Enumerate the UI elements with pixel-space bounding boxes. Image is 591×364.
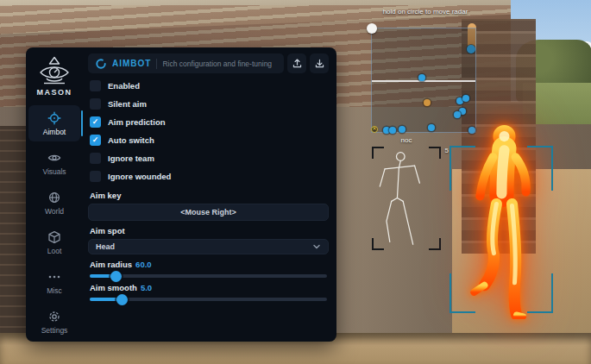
radar-dot xyxy=(454,111,461,118)
player-esp-brackets xyxy=(450,146,553,313)
sidebar-item-loot[interactable]: Loot xyxy=(28,224,80,260)
slider-label: Aim radius xyxy=(90,260,132,269)
box-icon xyxy=(47,230,61,244)
left-brick-wall xyxy=(0,126,29,347)
sidebar-item-label: World xyxy=(45,207,64,216)
radar-hint-text: hold on circle to move radar xyxy=(361,8,490,16)
radar-dot xyxy=(418,74,425,81)
checkbox-list: Enabled Silent aim Aim prediction Auto s… xyxy=(88,77,329,185)
bracket-corner xyxy=(450,146,475,191)
radar-dot xyxy=(424,99,431,106)
radar-drag-handle[interactable] xyxy=(367,23,377,34)
slider-track[interactable] xyxy=(90,298,327,301)
bracket-corner xyxy=(450,273,475,313)
checkbox-row[interactable]: Auto switch xyxy=(88,131,329,149)
slider-block: Aim smooth5.0 xyxy=(88,283,329,301)
download-icon xyxy=(314,58,325,69)
crosshair-icon xyxy=(47,111,61,125)
bracket-corner xyxy=(372,147,384,159)
page-header-row: AIMBOT Rich configuration and fine-tunin… xyxy=(88,53,329,73)
spinner-icon xyxy=(95,58,107,70)
brand-logo: MASON xyxy=(37,56,72,97)
sidebar: MASON Aimbot Visuals World Loot Misc Set… xyxy=(26,47,83,342)
slider-label: Aim smooth xyxy=(90,283,137,292)
sidebar-item-misc[interactable]: Misc xyxy=(28,264,80,300)
page-header: AIMBOT Rich configuration and fine-tunin… xyxy=(88,53,284,73)
brand-name: MASON xyxy=(37,88,72,97)
checkbox[interactable] xyxy=(90,98,101,110)
aim-key-button[interactable]: <Mouse Right> xyxy=(88,204,329,221)
bracket-corner xyxy=(372,238,384,250)
radar-dot xyxy=(428,124,435,131)
checkbox[interactable] xyxy=(90,153,101,164)
sidebar-item-label: Misc xyxy=(47,286,61,295)
page-title: AIMBOT xyxy=(112,59,151,68)
checkbox-label: Auto switch xyxy=(108,135,154,145)
checkbox-row[interactable]: Ignore team xyxy=(88,149,329,167)
mason-eye-icon xyxy=(37,56,72,85)
radar-dot xyxy=(399,126,406,133)
ellipsis-icon xyxy=(47,270,61,284)
slider-list: Aim radius60.0 Aim smooth5.0 xyxy=(88,254,329,301)
checkbox-row[interactable]: Aim prediction xyxy=(88,113,329,131)
checkbox-row[interactable]: Ignore wounded xyxy=(88,167,329,185)
sidebar-item-world[interactable]: World xyxy=(28,185,80,221)
bracket-corner xyxy=(429,238,441,250)
checkbox-label: Enabled xyxy=(108,81,140,91)
checkbox[interactable] xyxy=(90,116,101,128)
game-screen: hold on circle to move radar ✕ noc 5 xyxy=(0,0,591,364)
aim-spot-label: Aim spot xyxy=(90,226,329,235)
aim-key-label: Aim key xyxy=(90,191,329,200)
sidebar-item-label: Visuals xyxy=(42,167,66,176)
slider-handle[interactable] xyxy=(110,271,122,282)
sidebar-item-visuals[interactable]: Visuals xyxy=(28,145,80,181)
bracket-corner xyxy=(429,147,441,159)
checkbox-label: Ignore wounded xyxy=(108,172,171,181)
checkbox[interactable] xyxy=(90,171,101,182)
header-divider xyxy=(156,59,157,69)
checkbox-label: Ignore team xyxy=(108,154,154,163)
import-config-button[interactable] xyxy=(310,53,329,73)
sidebar-item-settings[interactable]: Settings xyxy=(28,304,80,340)
bracket-corner xyxy=(527,273,553,313)
bracket-corner xyxy=(527,146,553,191)
slider-block: Aim radius60.0 xyxy=(88,260,329,278)
sidebar-item-aimbot[interactable]: Aimbot xyxy=(28,105,80,141)
slider-track[interactable] xyxy=(90,274,327,278)
enemy-name-label: noc xyxy=(372,136,441,144)
checkbox[interactable] xyxy=(90,80,101,91)
chevron-down-icon xyxy=(312,242,321,251)
gear-icon xyxy=(47,310,61,323)
sidebar-nav: Aimbot Visuals World Loot Misc Settings xyxy=(26,104,83,342)
enemy-distance-label: 5 xyxy=(445,147,449,154)
aimbot-page: AIMBOT Rich configuration and fine-tunin… xyxy=(83,47,336,342)
checkbox-label: Silent aim xyxy=(108,99,147,109)
sidebar-item-label: Aimbot xyxy=(43,128,66,136)
aim-spot-select[interactable]: Head xyxy=(88,239,329,254)
aim-spot-value: Head xyxy=(96,242,312,251)
skeleton-esp-box: noc 5 xyxy=(372,147,441,250)
page-subtitle: Rich configuration and fine-tuning xyxy=(162,60,272,68)
radar-dot xyxy=(389,127,396,134)
radar-dot xyxy=(462,95,469,102)
radar[interactable]: ✕ xyxy=(371,28,476,133)
checkbox-label: Aim prediction xyxy=(108,117,166,127)
upload-icon xyxy=(292,58,303,69)
checkbox-row[interactable]: Silent aim xyxy=(88,95,329,113)
skeleton-esp-icon xyxy=(372,147,441,250)
radar-dot: ✕ xyxy=(371,126,378,133)
export-config-button[interactable] xyxy=(287,53,306,73)
slider-value: 5.0 xyxy=(141,283,152,292)
sidebar-item-label: Settings xyxy=(41,326,68,335)
cheat-panel: MASON Aimbot Visuals World Loot Misc Set… xyxy=(26,47,336,342)
globe-icon xyxy=(47,191,61,204)
slider-value: 60.0 xyxy=(135,260,152,269)
checkbox-row[interactable]: Enabled xyxy=(88,77,329,95)
eye-icon xyxy=(47,151,61,165)
sidebar-item-label: Loot xyxy=(47,247,62,255)
checkbox[interactable] xyxy=(90,135,101,146)
slider-handle[interactable] xyxy=(116,294,128,305)
